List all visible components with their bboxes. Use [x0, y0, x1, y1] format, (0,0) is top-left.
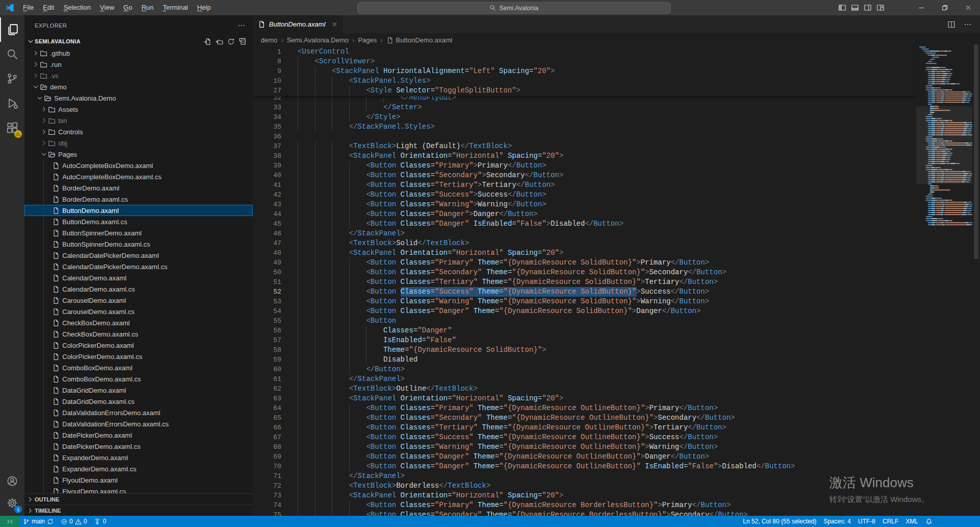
tree-item-obj[interactable]: obj: [24, 137, 253, 149]
code-line-34[interactable]: 34</Style>: [253, 112, 916, 122]
tree-item-carouseldemo-axaml-cs[interactable]: CarouselDemo.axaml.cs: [24, 306, 253, 317]
status-indentation[interactable]: Spaces: 4: [820, 516, 854, 527]
restore-button[interactable]: [933, 0, 957, 15]
line-number[interactable]: 64: [253, 403, 281, 413]
code-line-67[interactable]: 67<Button Classes="Success" Theme="{Dyna…: [253, 433, 916, 442]
line-number[interactable]: 51: [253, 277, 281, 287]
line-number[interactable]: 52: [253, 287, 281, 297]
code-line-46[interactable]: 46</StackPanel>: [253, 229, 916, 238]
tree-item-semi-avalonia-demo[interactable]: Semi.Avalonia.Demo: [24, 92, 253, 104]
code-line-43[interactable]: 43<Button Classes="Warning">Warning</But…: [253, 200, 916, 209]
activity-extensions[interactable]: [0, 115, 24, 140]
code-line-59[interactable]: 59Disabled: [253, 355, 916, 365]
code-line-10[interactable]: 10<StackPanel.Styles>: [253, 76, 916, 86]
activity-accounts[interactable]: [0, 469, 24, 493]
code-line-48[interactable]: 48<StackPanel Orientation="Horizontal" S…: [253, 248, 916, 258]
code-line-71[interactable]: 71</StackPanel>: [253, 471, 916, 481]
tree-item-demo[interactable]: demo: [24, 81, 253, 92]
line-number[interactable]: 58: [253, 345, 281, 355]
tree-item-calendardatepickerdemo-axaml[interactable]: CalendarDatePickerDemo.axaml: [24, 250, 253, 261]
tree-item-pages[interactable]: Pages: [24, 149, 253, 160]
project-section-header[interactable]: SEMI.AVALONIA: [24, 36, 253, 47]
code-line-36[interactable]: 36: [253, 132, 916, 141]
menu-edit[interactable]: Edit: [38, 0, 59, 15]
line-number[interactable]: 71: [253, 471, 281, 481]
code-line-54[interactable]: 54<Button Classes="Danger" Theme="{Dynam…: [253, 306, 916, 316]
code-line-50[interactable]: 50<Button Classes="Secondary" Theme="{Dy…: [253, 268, 916, 277]
tree-item-comboboxdemo-axaml[interactable]: ComboBoxDemo.axaml: [24, 362, 253, 373]
line-number[interactable]: 35: [253, 122, 281, 132]
menu-terminal[interactable]: Terminal: [158, 0, 192, 15]
tree-item-buttonspinnerdemo-axaml-cs[interactable]: ButtonSpinnerDemo.axaml.cs: [24, 238, 253, 250]
line-number[interactable]: 46: [253, 229, 281, 238]
code-line-62[interactable]: 62<TextBlock>Outline</TextBlock>: [253, 384, 916, 394]
line-number[interactable]: 65: [253, 413, 281, 423]
tree-item-expanderdemo-axaml[interactable]: ExpanderDemo.axaml: [24, 452, 253, 463]
tree-item-borderdemo-axaml-cs[interactable]: BorderDemo.axaml.cs: [24, 194, 253, 205]
code-line-65[interactable]: 65<Button Classes="Secondary" Theme="{Dy…: [253, 413, 916, 423]
tree-item-assets[interactable]: Assets: [24, 104, 253, 115]
code-line-8[interactable]: 8<ScrollViewer>: [253, 57, 916, 66]
code-line-51[interactable]: 51<Button Classes="Tertiary" Theme="{Dyn…: [253, 277, 916, 287]
tree-item-expanderdemo-axaml-cs[interactable]: ExpanderDemo.axaml.cs: [24, 463, 253, 474]
toggle-secondary-sidebar-icon[interactable]: [864, 4, 872, 12]
breadcrumb-demo[interactable]: demo: [261, 36, 278, 44]
tree-item-datagriddemo-axaml[interactable]: DataGridDemo.axaml: [24, 385, 253, 396]
code-line-69[interactable]: 69<Button Classes="Danger" Theme="{Dynam…: [253, 452, 916, 462]
code-line-49[interactable]: 49<Button Classes="Primary" Theme="{Dyna…: [253, 258, 916, 268]
activity-source-control[interactable]: [0, 66, 24, 91]
branch-status[interactable]: main: [19, 516, 57, 527]
code-line-74[interactable]: 74<Button Classes="Primary" Theme="{Dyna…: [253, 500, 916, 510]
tree-item-datepickerdemo-axaml[interactable]: DatePickerDemo.axaml: [24, 429, 253, 441]
status-encoding[interactable]: UTF-8: [854, 516, 879, 527]
code-line-72[interactable]: 72<TextBlock>Borderless</TextBlock>: [253, 481, 916, 491]
tree-item-bin[interactable]: bin: [24, 115, 253, 126]
code-line-42[interactable]: 42<Button Classes="Success">Success</But…: [253, 190, 916, 200]
tree-item-calendardemo-axaml[interactable]: CalendarDemo.axaml: [24, 272, 253, 283]
tree-item-checkboxdemo-axaml[interactable]: CheckBoxDemo.axaml: [24, 317, 253, 328]
breadcrumb-pages[interactable]: Pages: [358, 36, 377, 44]
tree-item-flyoutdemo-axaml-cs[interactable]: FlyoutDemo.axaml.cs: [24, 486, 253, 493]
tree-item-comboboxdemo-axaml-cs[interactable]: ComboBoxDemo.axaml.cs: [24, 373, 253, 385]
code-line-56[interactable]: 56Classes="Danger": [253, 326, 916, 336]
tree-item-colorpickerdemo-axaml-cs[interactable]: ColorPickerDemo.axaml.cs: [24, 351, 253, 362]
code-line-68[interactable]: 68<Button Classes="Warning" Theme="{Dyna…: [253, 442, 916, 452]
code-line-27[interactable]: 27<Style Selector="ToggleSplitButton">: [253, 86, 916, 95]
activity-search[interactable]: [0, 42, 24, 66]
code-line-38[interactable]: 38<StackPanel Orientation="Horizontal" S…: [253, 151, 916, 161]
breadcrumb-semi-avalonia-demo[interactable]: Semi.Avalonia.Demo: [287, 36, 349, 44]
line-number[interactable]: 62: [253, 384, 281, 394]
tree-item-buttondemo-axaml-cs[interactable]: ButtonDemo.axaml.cs: [24, 216, 253, 227]
status-cursor-position[interactable]: Ln 52, Col 80 (55 selected): [740, 516, 820, 527]
toggle-sidebar-icon[interactable]: [838, 4, 846, 12]
line-number[interactable]: 33: [253, 103, 281, 112]
code-line-35[interactable]: 35</StackPanel.Styles>: [253, 122, 916, 132]
customize-layout-icon[interactable]: [876, 4, 885, 12]
code-line-57[interactable]: 57IsEnabled="False": [253, 336, 916, 345]
line-number[interactable]: 74: [253, 500, 281, 510]
tree-item-run[interactable]: .run: [24, 59, 253, 70]
code-line-61[interactable]: 61</StackPanel>: [253, 374, 916, 384]
line-number[interactable]: 75: [253, 510, 281, 516]
tab-close-icon[interactable]: [331, 21, 338, 28]
tree-item-calendardemo-axaml-cs[interactable]: CalendarDemo.axaml.cs: [24, 283, 253, 295]
tree-item-autocompleteboxdemo-axaml[interactable]: AutoCompleteBoxDemo.axaml: [24, 160, 253, 171]
collapse-all-icon[interactable]: [239, 38, 247, 45]
code-line-60[interactable]: 60</Button>: [253, 365, 916, 374]
line-number[interactable]: 27: [253, 86, 281, 95]
tree-item-flyoutdemo-axaml[interactable]: FlyoutDemo.axaml: [24, 474, 253, 486]
line-number[interactable]: 44: [253, 209, 281, 219]
line-number[interactable]: 60: [253, 365, 281, 374]
vertical-scrollbar[interactable]: [974, 44, 978, 259]
bell-icon-item[interactable]: [922, 516, 936, 527]
code-line-70[interactable]: 70<Button Classes="Danger" Theme="{Dynam…: [253, 462, 916, 471]
activity-run-and-debug[interactable]: [0, 91, 24, 115]
code-line-40[interactable]: 40<Button Classes="Secondary">Secondary<…: [253, 171, 916, 180]
code-line-45[interactable]: 45<Button Classes="Danger" IsEnabled="Fa…: [253, 219, 916, 229]
problems-status[interactable]: 0 0: [57, 516, 90, 527]
ports-status[interactable]: 0: [90, 516, 110, 527]
line-number[interactable]: 1: [253, 47, 281, 57]
line-number[interactable]: 67: [253, 433, 281, 442]
code-line-37[interactable]: 37<TextBlock>Light (Default)</TextBlock>: [253, 141, 916, 151]
minimize-button[interactable]: [910, 0, 933, 15]
